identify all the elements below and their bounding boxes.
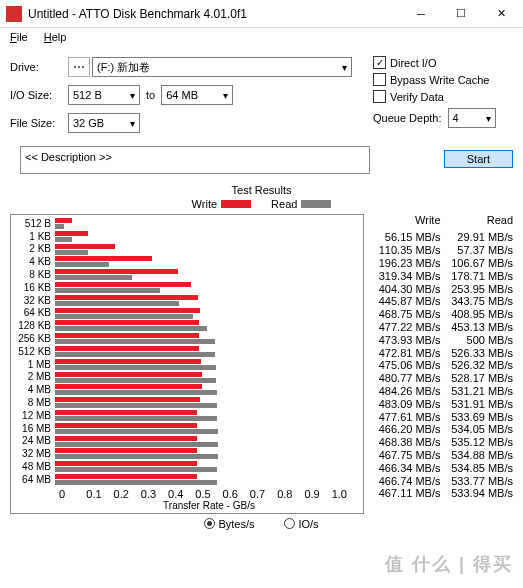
chart-row: 512 KB — [13, 345, 359, 358]
write-bar — [55, 448, 197, 453]
row-label: 24 MB — [13, 435, 55, 446]
read-bar — [55, 250, 88, 255]
table-row: 404.30 MB/s253.95 MB/s — [368, 282, 513, 295]
io-per-sec-radio[interactable]: IO/s — [284, 518, 318, 530]
read-bar — [55, 224, 64, 229]
start-button[interactable]: Start — [444, 150, 513, 168]
write-bar — [55, 359, 201, 364]
row-label: 64 MB — [13, 474, 55, 485]
io-size-to-select[interactable]: 64 MB — [161, 85, 233, 105]
watermark: 值 什么 | 得买 — [385, 552, 513, 576]
chart-row: 4 KB — [13, 255, 359, 268]
table-row: 468.38 MB/s535.12 MB/s — [368, 436, 513, 449]
read-bar — [55, 237, 72, 242]
table-row: 467.11 MB/s533.94 MB/s — [368, 487, 513, 500]
queue-depth-select[interactable]: 4 — [448, 108, 496, 128]
read-bar — [55, 390, 217, 395]
chart-row: 16 MB — [13, 422, 359, 435]
chart-row: 2 MB — [13, 371, 359, 384]
write-bar — [55, 461, 197, 466]
read-bar — [55, 403, 217, 408]
to-label: to — [146, 89, 155, 101]
write-bar — [55, 474, 197, 479]
chart-row: 64 KB — [13, 307, 359, 320]
menu-help[interactable]: Help — [40, 30, 71, 46]
col-write: Write — [368, 214, 441, 226]
read-bar — [55, 416, 217, 421]
menu-file[interactable]: File — [6, 30, 32, 46]
results-title: Test Results — [10, 184, 513, 196]
chart-row: 32 MB — [13, 447, 359, 460]
row-label: 8 MB — [13, 397, 55, 408]
refresh-drive-button[interactable]: ⋯ — [68, 57, 90, 77]
write-bar — [55, 333, 199, 338]
maximize-button[interactable]: ☐ — [441, 1, 481, 27]
queue-depth-label: Queue Depth: — [373, 112, 442, 124]
write-bar — [55, 244, 115, 249]
chart-row: 64 MB — [13, 473, 359, 486]
results-table: Write Read 56.15 MB/s29.91 MB/s110.35 MB… — [368, 214, 513, 514]
write-bar — [55, 384, 202, 389]
verify-data-checkbox[interactable]: Verify Data — [373, 90, 513, 103]
write-bar — [55, 282, 191, 287]
read-bar — [55, 262, 109, 267]
table-row: 196.23 MB/s106.67 MB/s — [368, 257, 513, 270]
table-row: 468.75 MB/s408.95 MB/s — [368, 308, 513, 321]
read-bar — [55, 467, 217, 472]
read-bar — [55, 339, 215, 344]
settings-panel: Drive: ⋯ (F:) 新加卷 I/O Size: 512 B to 64 … — [0, 48, 523, 146]
read-bar — [55, 275, 132, 280]
row-label: 256 KB — [13, 333, 55, 344]
close-button[interactable]: ✕ — [481, 1, 521, 27]
row-label: 512 B — [13, 218, 55, 229]
row-label: 32 KB — [13, 295, 55, 306]
results-panel: Test Results Write Read 512 B1 KB2 KB4 K… — [0, 180, 523, 530]
read-bar — [55, 326, 207, 331]
row-label: 16 MB — [13, 423, 55, 434]
direct-io-checkbox[interactable]: ✓Direct I/O — [373, 56, 513, 69]
read-bar — [55, 352, 215, 357]
row-label: 512 KB — [13, 346, 55, 357]
table-row: 467.75 MB/s534.88 MB/s — [368, 449, 513, 462]
row-label: 2 KB — [13, 243, 55, 254]
table-row: 466.20 MB/s534.05 MB/s — [368, 423, 513, 436]
chart-row: 4 MB — [13, 383, 359, 396]
file-size-select[interactable]: 32 GB — [68, 113, 140, 133]
write-bar — [55, 218, 72, 223]
drive-label: Drive: — [10, 61, 68, 73]
table-row: 56.15 MB/s29.91 MB/s — [368, 231, 513, 244]
bypass-cache-checkbox[interactable]: Bypass Write Cache — [373, 73, 513, 86]
description-input[interactable]: << Description >> — [20, 146, 370, 174]
read-bar — [55, 454, 218, 459]
row-label: 32 MB — [13, 448, 55, 459]
read-bar — [55, 301, 179, 306]
row-label: 16 KB — [13, 282, 55, 293]
io-size-label: I/O Size: — [10, 89, 68, 101]
table-row: 110.35 MB/s57.37 MB/s — [368, 244, 513, 257]
row-label: 4 MB — [13, 384, 55, 395]
unit-radio-group: Bytes/s IO/s — [10, 518, 513, 530]
table-row: 472.81 MB/s526.33 MB/s — [368, 346, 513, 359]
row-label: 4 KB — [13, 256, 55, 267]
chart-row: 128 KB — [13, 319, 359, 332]
write-bar — [55, 295, 198, 300]
titlebar: Untitled - ATTO Disk Benchmark 4.01.0f1 … — [0, 0, 523, 28]
col-read: Read — [441, 214, 514, 226]
io-size-from-select[interactable]: 512 B — [68, 85, 140, 105]
minimize-button[interactable]: ─ — [401, 1, 441, 27]
menubar: File Help — [0, 28, 523, 48]
write-bar — [55, 436, 197, 441]
drive-select[interactable]: (F:) 新加卷 — [92, 57, 352, 77]
chart-row: 8 KB — [13, 268, 359, 281]
table-row: 480.77 MB/s528.17 MB/s — [368, 372, 513, 385]
table-row: 473.93 MB/s500 MB/s — [368, 333, 513, 346]
table-row: 466.34 MB/s534.85 MB/s — [368, 461, 513, 474]
chart-row: 1 MB — [13, 358, 359, 371]
write-bar — [55, 410, 197, 415]
chart-row: 2 KB — [13, 243, 359, 256]
write-bar — [55, 308, 200, 313]
chart-row: 24 MB — [13, 435, 359, 448]
read-swatch — [301, 200, 331, 208]
row-label: 128 KB — [13, 320, 55, 331]
bytes-per-sec-radio[interactable]: Bytes/s — [204, 518, 254, 530]
